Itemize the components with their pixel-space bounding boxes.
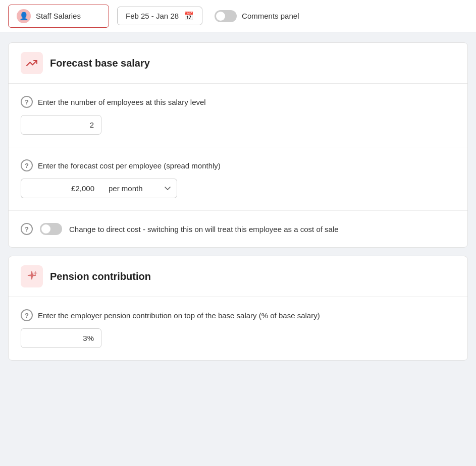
forecast-salary-header: Forecast base salary xyxy=(9,43,467,84)
employer-pension-section: ? Enter the employer pension contributio… xyxy=(9,297,467,360)
direct-cost-toggle[interactable] xyxy=(40,223,62,235)
date-range-button[interactable]: Feb 25 - Jan 28 📅 xyxy=(117,7,202,25)
staff-salaries-label: Staff Salaries xyxy=(36,12,81,20)
pension-card: Pension contribution ? Enter the employe… xyxy=(8,256,468,361)
forecast-salary-title: Forecast base salary xyxy=(50,57,150,69)
direct-cost-label: Change to direct cost - switching this o… xyxy=(69,225,339,234)
pension-icon xyxy=(21,265,43,287)
comments-panel-label: Comments panel xyxy=(242,12,299,20)
calendar-icon: 📅 xyxy=(184,11,194,21)
period-select[interactable]: per month per year per quarter xyxy=(101,179,177,198)
comments-panel-section: Comments panel xyxy=(215,10,299,22)
employer-pension-label: Enter the employer pension contribution … xyxy=(38,311,320,320)
direct-cost-row: ? Change to direct cost - switching this… xyxy=(21,223,455,235)
comments-panel-toggle[interactable] xyxy=(215,10,237,22)
sparkle-icon xyxy=(26,270,38,282)
date-range-text: Feb 25 - Jan 28 xyxy=(126,12,179,20)
top-bar: 👤 Staff Salaries Feb 25 - Jan 28 📅 Comme… xyxy=(0,0,476,32)
direct-cost-slider xyxy=(40,223,62,235)
employees-input[interactable] xyxy=(21,115,101,135)
employer-pension-help-icon[interactable]: ? xyxy=(21,309,33,321)
cost-input-row: per month per year per quarter xyxy=(21,179,455,198)
forecast-cost-label: Enter the forecast cost per employee (sp… xyxy=(38,161,221,170)
employees-label-row: ? Enter the number of employees at this … xyxy=(21,96,455,108)
pension-header: Pension contribution xyxy=(9,256,467,297)
staff-icon: 👤 xyxy=(17,9,31,23)
direct-cost-section: ? Change to direct cost - switching this… xyxy=(9,211,467,247)
employer-pension-label-row: ? Enter the employer pension contributio… xyxy=(21,309,455,321)
forecast-cost-help-icon[interactable]: ? xyxy=(21,159,33,171)
staff-salaries-button[interactable]: 👤 Staff Salaries xyxy=(8,5,109,28)
employees-help-icon[interactable]: ? xyxy=(21,96,33,108)
trending-up-icon xyxy=(26,57,38,69)
forecast-salary-icon xyxy=(21,52,43,74)
main-content: Forecast base salary ? Enter the number … xyxy=(0,32,476,371)
pension-title: Pension contribution xyxy=(50,271,151,282)
direct-cost-help-icon[interactable]: ? xyxy=(21,223,33,235)
employees-label: Enter the number of employees at this sa… xyxy=(38,98,206,106)
pension-percentage-input[interactable] xyxy=(21,328,101,348)
forecast-cost-label-row: ? Enter the forecast cost per employee (… xyxy=(21,159,455,171)
cost-amount-input[interactable] xyxy=(21,179,101,198)
forecast-cost-section: ? Enter the forecast cost per employee (… xyxy=(9,147,467,211)
comments-toggle-slider xyxy=(215,10,237,22)
employees-section: ? Enter the number of employees at this … xyxy=(9,84,467,147)
forecast-salary-card: Forecast base salary ? Enter the number … xyxy=(8,42,468,248)
